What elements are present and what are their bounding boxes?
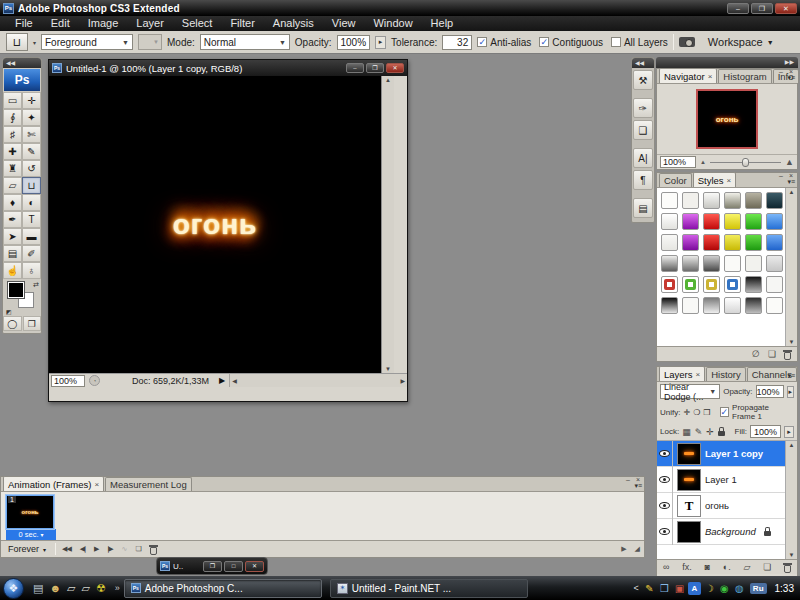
resize-grip-icon[interactable]: ◢ [635,545,640,553]
navigator-tab-histogram[interactable]: Histogram [718,69,771,83]
scroll-down-icon[interactable]: ▼ [789,339,795,345]
style-swatch-31[interactable] [661,297,678,314]
style-swatch-24[interactable] [766,255,783,272]
tray-badge-icon[interactable]: ▣ [673,583,686,594]
style-swatch-32[interactable] [682,297,699,314]
style-swatch-28[interactable] [724,276,741,293]
next-frame-button[interactable]: |▶ [107,545,112,553]
style-swatch-5[interactable] [745,192,762,209]
tool-eyedropper[interactable]: ✐ [22,245,41,262]
style-swatch-19[interactable] [661,255,678,272]
checkbox-all-layers[interactable]: All Layers [611,37,668,48]
panel-menu-icon[interactable]: ▾≡ [634,482,642,490]
panel-button-clone-source[interactable]: ❑ [633,120,653,140]
minimize-button[interactable]: – [727,3,749,14]
style-swatch-11[interactable] [745,213,762,230]
swap-colors-icon[interactable]: ⇄ [33,281,39,289]
delete-style-button[interactable] [784,352,791,360]
style-swatch-6[interactable] [766,192,783,209]
clear-style-button[interactable]: ∅ [752,349,760,359]
layer-style-fx-button[interactable]: fx. [682,562,692,572]
dock-header-bar[interactable]: ▶▶ [656,57,798,68]
tolerance-input[interactable]: 32 [442,35,472,50]
menu-file[interactable]: File [6,16,42,31]
document-titlebar[interactable]: Ps Untitled-1 @ 100% (Layer 1 copy, RGB/… [49,60,407,76]
layer-row-background[interactable]: Background [657,519,785,545]
layer-row-огонь[interactable]: Tогонь [657,493,785,519]
layer-thumbnail[interactable] [677,521,701,543]
style-swatch-21[interactable] [703,255,720,272]
ql-folder-1-icon[interactable]: ▱ [67,582,75,595]
tool-rectangular-marquee[interactable]: ▭ [3,92,22,109]
tool-preset-arrow-icon[interactable]: ▾ [33,39,36,46]
tool-notes[interactable]: ▤ [3,245,22,262]
layer-row-layer-1-copy[interactable]: Layer 1 copy [657,441,785,467]
ql-show-desktop-icon[interactable]: ▤ [33,582,43,595]
tool-crop[interactable]: ♯ [3,126,22,143]
style-swatch-2[interactable] [682,192,699,209]
menu-analysis[interactable]: Analysis [264,16,323,31]
style-swatch-13[interactable] [661,234,678,251]
menu-image[interactable]: Image [79,16,128,31]
propagate-checkbox[interactable]: ✓ Propagate Frame 1 [720,403,795,421]
tray-network-icon[interactable]: ❒ [658,583,671,594]
panel-button-paragraph[interactable]: ¶ [633,170,653,190]
tool-lasso[interactable]: ∮ [3,109,22,126]
styles-scrollbar[interactable]: ▲ ▼ [785,188,797,346]
fill-input[interactable]: 100% [750,425,781,438]
panel-button-brushes[interactable]: ✑ [633,98,653,118]
fill-slider-button[interactable]: ▸ [784,426,794,438]
menu-select[interactable]: Select [173,16,222,31]
style-swatch-23[interactable] [745,255,762,272]
slider-thumb[interactable] [742,158,749,167]
visibility-cell[interactable] [657,519,673,545]
style-swatch-34[interactable] [724,297,741,314]
opacity-slider-button[interactable]: ▸ [787,386,794,398]
scroll-right-icon[interactable]: ▶ [400,377,405,384]
style-swatch-20[interactable] [682,255,699,272]
play-button[interactable]: ▶ [94,545,98,553]
style-swatch-12[interactable] [766,213,783,230]
tray-a-icon[interactable]: A [688,582,701,595]
delete-layer-button[interactable] [784,565,791,573]
opacity-slider-button[interactable]: ▸ [375,36,386,49]
tool-zoom[interactable]: ♁ [22,262,41,279]
minimize-button[interactable]: – [346,63,364,73]
style-swatch-8[interactable] [682,213,699,230]
panel-menu-icon[interactable]: ▾≡ [787,74,795,82]
default-colors-icon[interactable]: ◩ [6,308,12,315]
panel-menu-icon[interactable]: ▾≡ [787,372,795,380]
link-layers-button[interactable]: ∞ [663,562,669,572]
visibility-cell[interactable] [657,441,673,467]
tool-eraser[interactable]: ▱ [3,177,22,194]
minimized-document-bar[interactable]: Ps U.. ❐□✕ [156,557,268,575]
tool-paint-bucket[interactable]: ⊔ [22,177,41,194]
fill-source-select[interactable]: Foreground▼ [41,34,133,50]
style-swatch-35[interactable] [745,297,762,314]
duplicate-frame-button[interactable]: ❏ [135,545,140,553]
ql-hazard-icon[interactable]: ☢ [96,582,106,595]
style-swatch-10[interactable] [724,213,741,230]
new-group-button[interactable]: ▱ [743,562,750,572]
checkbox-anti-alias[interactable]: ✓Anti-alias [477,37,531,48]
tray-pencil-icon[interactable]: ✎ [643,583,656,594]
style-swatch-3[interactable] [703,192,720,209]
menu-layer[interactable]: Layer [127,16,173,31]
tool-healing-brush[interactable]: ✚ [3,143,22,160]
tool-type[interactable]: T [22,211,41,228]
layer-thumbnail[interactable] [677,443,701,465]
quick-mask-button[interactable]: ◯ [3,316,22,331]
scroll-up-icon[interactable]: ▲ [385,77,391,83]
ql-user-icon[interactable]: ☻ [49,582,61,594]
tool-path-selection[interactable]: ➤ [3,228,22,245]
style-swatch-14[interactable] [682,234,699,251]
layers-tab-history[interactable]: History [706,367,746,381]
tool-pen[interactable]: ✒ [3,211,22,228]
menu-edit[interactable]: Edit [42,16,79,31]
scroll-up-icon[interactable]: ▲ [789,189,795,195]
styles-tab-color[interactable]: Color [659,173,692,187]
style-swatch-30[interactable] [766,276,783,293]
taskbar-button-adobe-photoshop-c[interactable]: PsAdobe Photoshop C... [124,579,322,598]
tool-move[interactable]: ✛ [22,92,41,109]
panel-button-layer-comps[interactable]: ▤ [633,198,653,218]
